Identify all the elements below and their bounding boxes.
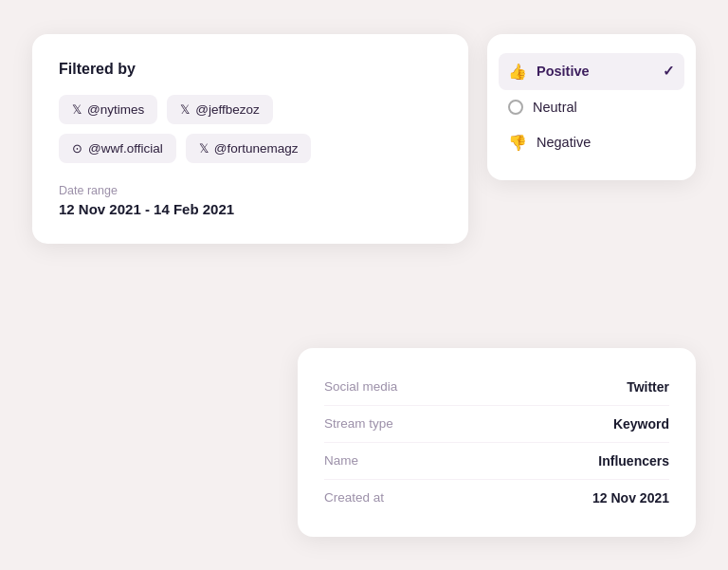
tag-fortunemagz[interactable]: 𝕏 @fortunemagz (186, 134, 312, 163)
date-range-value: 12 Nov 2021 - 14 Feb 2021 (59, 201, 442, 217)
detail-label-created-at: Created at (324, 490, 384, 505)
tags-row-2: ⊙ @wwf.official 𝕏 @fortunemagz (59, 134, 442, 163)
tag-label-wwf: @wwf.official (88, 141, 163, 156)
detail-row-name: Name Influencers (324, 443, 669, 480)
sentiment-negative-label: Negative (537, 135, 591, 150)
filter-card: Filtered by 𝕏 @nytimes 𝕏 @jeffbezoz ⊙ @w… (32, 34, 468, 244)
sentiment-neutral[interactable]: Neutral (508, 90, 675, 124)
detail-row-social-media: Social media Twitter (324, 369, 669, 406)
sentiment-neutral-label: Neutral (533, 100, 577, 115)
sentiment-card: 👍 Positive ✓ Neutral 👎 Negative (487, 34, 696, 180)
detail-row-stream-type: Stream type Keyword (324, 406, 669, 443)
sentiment-positive-label: Positive (537, 64, 590, 79)
twitter-icon-nytimes: 𝕏 (72, 102, 82, 117)
detail-label-stream-type: Stream type (324, 416, 393, 431)
detail-label-name: Name (324, 453, 358, 468)
instagram-icon-wwf: ⊙ (72, 141, 82, 156)
sentiment-negative[interactable]: 👎 Negative (508, 124, 675, 161)
detail-label-social-media: Social media (324, 379, 397, 394)
tag-label-fortunemagz: @fortunemagz (214, 141, 299, 156)
neutral-icon (508, 100, 523, 115)
tag-jeffbezoz[interactable]: 𝕏 @jeffbezoz (167, 95, 273, 124)
detail-value-social-media: Twitter (627, 379, 669, 395)
twitter-icon-jeffbezoz: 𝕏 (180, 102, 190, 117)
details-card: Social media Twitter Stream type Keyword… (298, 348, 696, 537)
detail-row-created-at: Created at 12 Nov 2021 (324, 480, 669, 516)
detail-value-created-at: 12 Nov 2021 (592, 490, 669, 506)
main-container: Filtered by 𝕏 @nytimes 𝕏 @jeffbezoz ⊙ @w… (32, 34, 696, 537)
tag-label-nytimes: @nytimes (87, 102, 144, 117)
tag-wwf[interactable]: ⊙ @wwf.official (59, 134, 176, 163)
twitter-icon-fortunemagz: 𝕏 (199, 141, 209, 156)
detail-value-stream-type: Keyword (613, 416, 669, 432)
date-range-label: Date range (59, 184, 442, 197)
thumbs-up-icon: 👍 (508, 63, 527, 81)
checkmark-icon: ✓ (663, 64, 675, 79)
sentiment-positive[interactable]: 👍 Positive ✓ (499, 53, 684, 90)
tag-label-jeffbezoz: @jeffbezoz (195, 102, 260, 117)
filter-title: Filtered by (59, 61, 442, 78)
thumbs-down-icon: 👎 (508, 134, 527, 152)
detail-value-name: Influencers (598, 453, 669, 469)
tags-row-1: 𝕏 @nytimes 𝕏 @jeffbezoz (59, 95, 442, 124)
tag-nytimes[interactable]: 𝕏 @nytimes (59, 95, 157, 124)
